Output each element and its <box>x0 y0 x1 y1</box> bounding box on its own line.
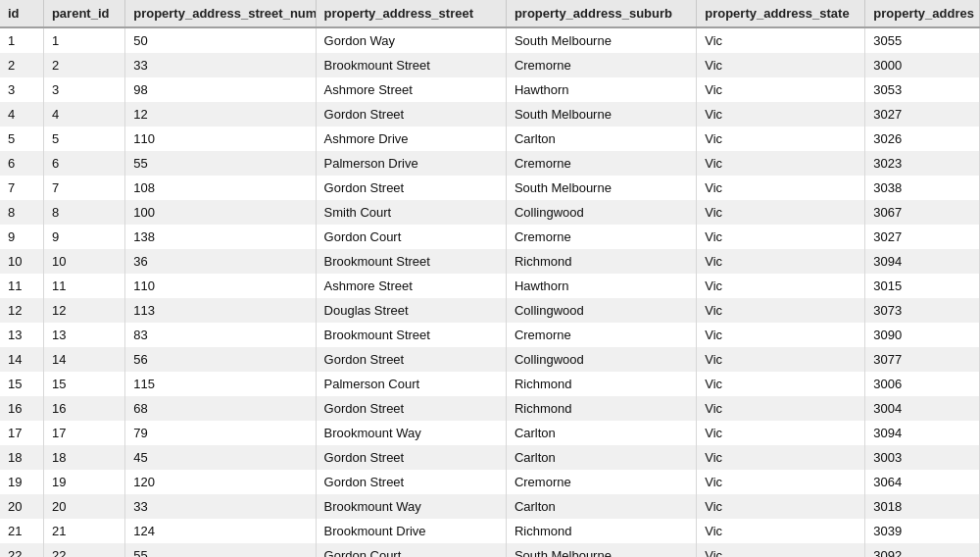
cell-street: Brookmount Street <box>316 53 506 77</box>
cell-suburb: Richmond <box>506 519 696 543</box>
cell-street: Gordon Street <box>316 470 506 494</box>
cell-id: 1 <box>0 27 43 53</box>
table-row[interactable]: 88100Smith CourtCollingwoodVic3067 <box>0 200 980 225</box>
cell-id: 21 <box>0 519 43 543</box>
cell-state: Vic <box>697 470 865 494</box>
cell-id: 9 <box>0 225 43 249</box>
cell-parent-id: 2 <box>43 53 124 77</box>
cell-parent-id: 19 <box>43 470 124 494</box>
cell-number: 83 <box>125 323 316 347</box>
cell-parent-id: 11 <box>43 274 124 298</box>
table-row[interactable]: 1919120Gordon StreetCremorneVic3064 <box>0 470 980 494</box>
cell-street: Palmerson Drive <box>316 151 506 176</box>
table-row[interactable]: 161668Gordon StreetRichmondVic3004 <box>0 396 980 421</box>
table-row[interactable]: 1111110Ashmore StreetHawthornVic3015 <box>0 274 980 298</box>
cell-suburb: South Melbourne <box>506 102 696 127</box>
cell-street: Brookmount Way <box>316 421 506 445</box>
cell-parent-id: 6 <box>43 151 124 176</box>
table-row[interactable]: 141456Gordon StreetCollingwoodVic3077 <box>0 347 980 372</box>
cell-postcode: 3090 <box>865 323 980 347</box>
cell-id: 5 <box>0 127 43 151</box>
cell-street: Gordon Street <box>316 102 506 127</box>
cell-number: 110 <box>125 127 316 151</box>
cell-id: 3 <box>0 77 43 102</box>
cell-street: Gordon Way <box>316 27 506 53</box>
table-row[interactable]: 131383Brookmount StreetCremorneVic3090 <box>0 323 980 347</box>
cell-street: Gordon Street <box>316 176 506 200</box>
table-row[interactable]: 1150Gordon WaySouth MelbourneVic3055 <box>0 27 980 53</box>
cell-parent-id: 5 <box>43 127 124 151</box>
table-row[interactable]: 101036Brookmount StreetRichmondVic3094 <box>0 249 980 274</box>
table-row[interactable]: 202033Brookmount WayCarltonVic3018 <box>0 494 980 519</box>
cell-state: Vic <box>697 53 865 77</box>
table-row[interactable]: 2233Brookmount StreetCremorneVic3000 <box>0 53 980 77</box>
cell-street: Ashmore Street <box>316 274 506 298</box>
table-row[interactable]: 222255Gordon CourtSouth MelbourneVic3092 <box>0 543 980 557</box>
cell-state: Vic <box>697 77 865 102</box>
cell-suburb: Cremorne <box>506 323 696 347</box>
cell-postcode: 3055 <box>865 27 980 53</box>
cell-street: Ashmore Street <box>316 77 506 102</box>
cell-parent-id: 14 <box>43 347 124 372</box>
cell-id: 13 <box>0 323 43 347</box>
col-header-suburb[interactable]: property_address_suburb <box>506 0 696 27</box>
cell-state: Vic <box>697 127 865 151</box>
cell-street: Ashmore Drive <box>316 127 506 151</box>
table-row[interactable]: 181845Gordon StreetCarltonVic3003 <box>0 445 980 470</box>
col-header-street[interactable]: property_address_street <box>316 0 506 27</box>
table-row[interactable]: 1515115Palmerson CourtRichmondVic3006 <box>0 372 980 396</box>
table-row[interactable]: 55110Ashmore DriveCarltonVic3026 <box>0 127 980 151</box>
cell-suburb: Cremorne <box>506 470 696 494</box>
cell-state: Vic <box>697 102 865 127</box>
cell-street: Brookmount Street <box>316 323 506 347</box>
cell-street: Douglas Street <box>316 298 506 323</box>
cell-parent-id: 12 <box>43 298 124 323</box>
cell-suburb: Collingwood <box>506 347 696 372</box>
cell-parent-id: 4 <box>43 102 124 127</box>
table-row[interactable]: 2121124Brookmount DriveRichmondVic3039 <box>0 519 980 543</box>
cell-number: 56 <box>125 347 316 372</box>
table-row[interactable]: 4412Gordon StreetSouth MelbourneVic3027 <box>0 102 980 127</box>
cell-state: Vic <box>697 176 865 200</box>
cell-parent-id: 18 <box>43 445 124 470</box>
table-row[interactable]: 77108Gordon StreetSouth MelbourneVic3038 <box>0 176 980 200</box>
cell-street: Palmerson Court <box>316 372 506 396</box>
table-row[interactable]: 1212113Douglas StreetCollingwoodVic3073 <box>0 298 980 323</box>
cell-parent-id: 13 <box>43 323 124 347</box>
cell-street: Gordon Street <box>316 396 506 421</box>
cell-number: 113 <box>125 298 316 323</box>
cell-state: Vic <box>697 274 865 298</box>
cell-state: Vic <box>697 347 865 372</box>
cell-postcode: 3039 <box>865 519 980 543</box>
table-row[interactable]: 171779Brookmount WayCarltonVic3094 <box>0 421 980 445</box>
col-header-id[interactable]: id <box>0 0 43 27</box>
cell-postcode: 3092 <box>865 543 980 557</box>
table-row[interactable]: 3398Ashmore StreetHawthornVic3053 <box>0 77 980 102</box>
cell-suburb: Carlton <box>506 127 696 151</box>
cell-parent-id: 3 <box>43 77 124 102</box>
col-header-parent-id[interactable]: parent_id <box>43 0 124 27</box>
cell-parent-id: 21 <box>43 519 124 543</box>
table-row[interactable]: 6655Palmerson DriveCremorneVic3023 <box>0 151 980 176</box>
cell-street: Brookmount Way <box>316 494 506 519</box>
cell-state: Vic <box>697 396 865 421</box>
cell-postcode: 3018 <box>865 494 980 519</box>
cell-id: 11 <box>0 274 43 298</box>
cell-id: 14 <box>0 347 43 372</box>
cell-state: Vic <box>697 494 865 519</box>
cell-suburb: Cremorne <box>506 151 696 176</box>
cell-postcode: 3026 <box>865 127 980 151</box>
cell-number: 68 <box>125 396 316 421</box>
table-header-row: id parent_id property_address_street_num… <box>0 0 980 27</box>
col-header-state[interactable]: property_address_state <box>697 0 865 27</box>
cell-street: Brookmount Street <box>316 249 506 274</box>
table-row[interactable]: 99138Gordon CourtCremorneVic3027 <box>0 225 980 249</box>
cell-number: 79 <box>125 421 316 445</box>
cell-id: 8 <box>0 200 43 225</box>
cell-id: 22 <box>0 543 43 557</box>
cell-parent-id: 16 <box>43 396 124 421</box>
col-header-postcode[interactable]: property_addres <box>865 0 980 27</box>
cell-id: 7 <box>0 176 43 200</box>
col-header-street-number[interactable]: property_address_street_number <box>125 0 316 27</box>
cell-id: 20 <box>0 494 43 519</box>
